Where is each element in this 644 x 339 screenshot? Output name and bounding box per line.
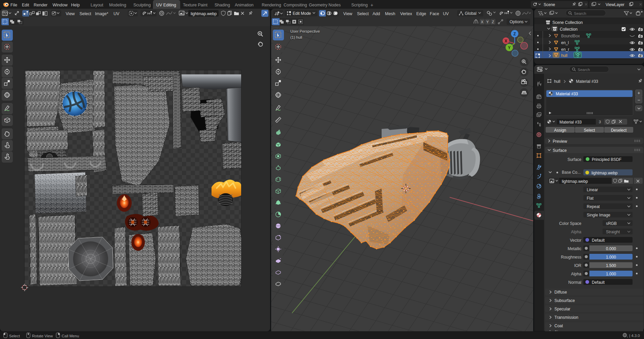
svg-text:X: X — [505, 39, 507, 43]
svg-text:1: 1 — [627, 336, 628, 338]
svg-text:Z: Z — [513, 32, 516, 36]
svg-text:Y: Y — [508, 45, 511, 50]
